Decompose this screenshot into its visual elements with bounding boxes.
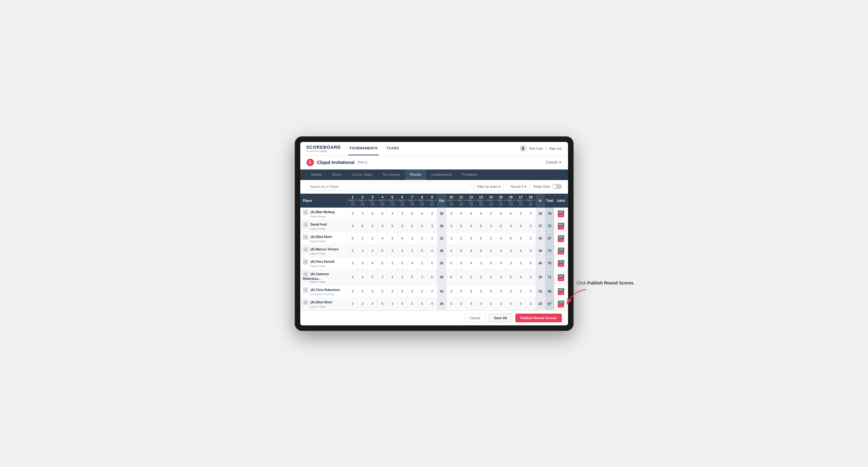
tab-results[interactable]: Results [405, 169, 426, 180]
hole-12-score[interactable]: 4 [466, 257, 476, 269]
hole-16-score[interactable]: 5 [506, 207, 516, 220]
hole-16-score[interactable]: 5 [506, 269, 516, 285]
hole-4-score[interactable]: 5 [377, 207, 388, 220]
hole-14-score[interactable]: 3 [486, 269, 496, 285]
hole-17-score[interactable]: 3 [516, 285, 526, 298]
hole-13-score[interactable]: 5 [476, 232, 486, 245]
hole-1-score[interactable]: 5 [348, 245, 358, 257]
dq-badge[interactable]: DQ [558, 251, 564, 254]
hole-14-score[interactable]: 3 [486, 220, 496, 232]
hole-2-score[interactable]: 4 [358, 285, 368, 298]
hole-11-score[interactable]: 5 [456, 245, 466, 257]
dq-badge[interactable]: DQ [558, 214, 564, 217]
hole-8-score[interactable]: 3 [417, 269, 427, 285]
hole-8-score[interactable]: 6 [417, 220, 427, 232]
hole-13-score[interactable]: 3 [476, 269, 486, 285]
dq-badge[interactable]: DQ [558, 263, 564, 267]
hole-5-score[interactable]: 3 [388, 298, 397, 310]
hole-16-score[interactable]: 4 [506, 298, 516, 310]
hole-17-score[interactable]: 5 [516, 232, 526, 245]
hole-10-score[interactable]: 3 [446, 298, 456, 310]
hole-9-score[interactable]: 4 [427, 298, 437, 310]
tab-teams[interactable]: Teams [327, 169, 346, 180]
hole-15-score[interactable]: 5 [496, 207, 506, 220]
wd-badge[interactable]: WD [558, 223, 564, 226]
sign-out-link[interactable]: Sign out [549, 147, 561, 150]
hole-14-score[interactable]: 5 [486, 285, 496, 298]
hole-3-score[interactable]: 3 [368, 220, 377, 232]
hole-3-score[interactable]: 5 [368, 207, 377, 220]
hole-5-score[interactable]: 4 [388, 269, 397, 285]
hole-12-score[interactable]: 3 [466, 232, 476, 245]
hole-18-score[interactable]: 3 [526, 285, 535, 298]
wd-badge[interactable]: WD [558, 235, 564, 239]
wd-badge[interactable]: WD [558, 210, 564, 214]
dq-badge[interactable]: DQ [558, 278, 564, 281]
hole-1-score[interactable]: 3 [348, 285, 358, 298]
hole-1-score[interactable]: 3 [348, 298, 358, 310]
hole-14-score[interactable]: 5 [486, 298, 496, 310]
hole-2-score[interactable]: 3 [358, 232, 368, 245]
hole-6-score[interactable]: 5 [397, 257, 407, 269]
hole-1-score[interactable]: 5 [348, 232, 358, 245]
hole-15-score[interactable]: 4 [496, 257, 506, 269]
hole-6-score[interactable]: 4 [397, 232, 407, 245]
hole-17-score[interactable]: 3 [516, 207, 526, 220]
hole-3-score[interactable]: 4 [368, 245, 377, 257]
hole-7-score[interactable]: 3 [407, 285, 417, 298]
tab-details[interactable]: Details [307, 169, 327, 180]
hole-9-score[interactable]: 3 [427, 220, 437, 232]
hole-18-score[interactable]: 3 [526, 220, 535, 232]
hole-18-score[interactable]: 5 [526, 245, 535, 257]
hole-6-score[interactable]: 3 [397, 269, 407, 285]
hole-2-score[interactable]: 3 [358, 245, 368, 257]
hole-4-score[interactable]: 5 [377, 298, 388, 310]
hole-2-score[interactable]: 3 [358, 207, 368, 220]
round-select[interactable]: Round 3 ▾ [507, 183, 530, 191]
hole-9-score[interactable]: 5 [427, 257, 437, 269]
hole-8-score[interactable]: 5 [417, 245, 427, 257]
hole-16-score[interactable]: 3 [506, 220, 516, 232]
cancel-top-button[interactable]: Cancel ✕ [546, 160, 561, 164]
hole-15-score[interactable]: 4 [496, 245, 506, 257]
wd-badge[interactable]: WD [558, 274, 564, 278]
filter-team-select[interactable]: Filter by team ▾ [473, 183, 504, 191]
hole-11-score[interactable]: 5 [456, 298, 466, 310]
publish-round-scores-button[interactable]: Publish Round Scores [515, 314, 561, 322]
hole-2-score[interactable]: 6 [358, 220, 368, 232]
hole-5-score[interactable]: 3 [388, 232, 397, 245]
cancel-button[interactable]: Cancel [464, 314, 485, 322]
hole-18-score[interactable]: 6 [526, 257, 535, 269]
hole-17-score[interactable]: 4 [516, 245, 526, 257]
dq-badge[interactable]: DQ [558, 239, 564, 242]
hole-12-score[interactable]: 5 [466, 269, 476, 285]
hole-1-score[interactable]: 4 [348, 269, 358, 285]
hole-7-score[interactable]: 5 [407, 269, 417, 285]
hole-16-score[interactable]: 3 [506, 245, 516, 257]
hole-10-score[interactable]: 3 [446, 285, 456, 298]
tab-printables[interactable]: Printables [457, 169, 482, 180]
hole-4-score[interactable]: 3 [377, 220, 388, 232]
hole-13-score[interactable]: 3 [476, 257, 486, 269]
hole-8-score[interactable]: 6 [417, 207, 427, 220]
hole-6-score[interactable]: 4 [397, 285, 407, 298]
hole-11-score[interactable]: 5 [456, 257, 466, 269]
hole-6-score[interactable]: 3 [397, 207, 407, 220]
hole-7-score[interactable]: 4 [407, 257, 417, 269]
hole-10-score[interactable]: 3 [446, 207, 456, 220]
hole-2-score[interactable]: 4 [358, 269, 368, 285]
hole-4-score[interactable]: 5 [377, 285, 388, 298]
hole-13-score[interactable]: 4 [476, 298, 486, 310]
hole-18-score[interactable]: 3 [526, 298, 535, 310]
hole-6-score[interactable]: 3 [397, 220, 407, 232]
hole-4-score[interactable]: 5 [377, 257, 388, 269]
hole-4-score[interactable]: 4 [377, 232, 388, 245]
hole-15-score[interactable]: 3 [496, 269, 506, 285]
hole-18-score[interactable]: 3 [526, 269, 535, 285]
hole-10-score[interactable]: 3 [446, 232, 456, 245]
hole-8-score[interactable]: 5 [417, 232, 427, 245]
hole-11-score[interactable]: 5 [456, 232, 466, 245]
hole-7-score[interactable]: 3 [407, 298, 417, 310]
hole-3-score[interactable]: 5 [368, 269, 377, 285]
hole-12-score[interactable]: 3 [466, 285, 476, 298]
